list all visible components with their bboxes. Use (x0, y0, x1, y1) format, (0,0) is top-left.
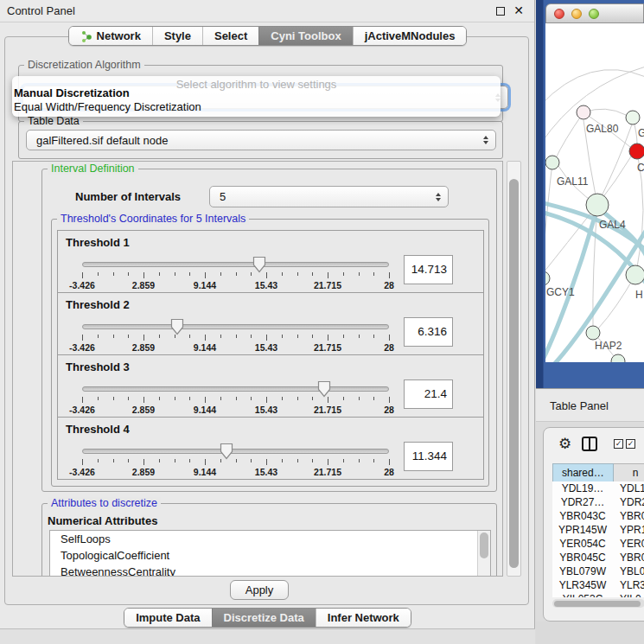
select-all-icon[interactable]: ✓ (626, 439, 635, 449)
table-data-combo[interactable]: galFiltered.sif default node (26, 130, 496, 150)
threshold-slider[interactable]: -3.4262.8599.14415.4321.71528 (82, 324, 389, 354)
table-row[interactable]: YDR27…YDR2 (552, 495, 644, 509)
apply-button[interactable]: Apply (230, 580, 289, 600)
slider-track[interactable] (82, 386, 389, 392)
cell-name[interactable]: YLR3 (613, 578, 644, 592)
cell-shared-name[interactable]: YBL079W (552, 564, 613, 578)
algorithm-option-equal-width-frequency-discretization[interactable]: Equal Width/Frequency Discretization (14, 100, 201, 113)
number-of-intervals-combo[interactable]: 5 (209, 186, 449, 207)
node-gal11[interactable] (545, 156, 559, 169)
tick-mark (282, 459, 283, 462)
tab-impute-data[interactable]: Impute Data (124, 609, 211, 627)
tab-discretize-data[interactable]: Discretize Data (212, 609, 316, 627)
threshold-panel: Threshold 1 -3.4262.8599.14415.4321.7152… (57, 230, 484, 293)
tab-infer-network[interactable]: Infer Network (316, 609, 411, 627)
table-row[interactable]: YBR043CYBR0 (552, 509, 644, 523)
table-row[interactable]: YBR045CYBR0 (552, 551, 644, 564)
tick-mark (220, 335, 221, 338)
node-selected-red[interactable] (629, 143, 644, 159)
tab-cyni-toolbox[interactable]: Cyni Toolbox (258, 27, 352, 45)
cell-shared-name[interactable]: YBR043C (552, 509, 613, 523)
tab-label: Discretize Data (224, 611, 304, 624)
cell-name[interactable]: YDL1 (613, 481, 644, 495)
slider-track[interactable] (82, 324, 389, 329)
float-button[interactable] (496, 7, 505, 16)
tick-mark (328, 272, 328, 278)
cell-name[interactable]: YPR1 (613, 523, 644, 537)
threshold-value-input[interactable]: 11.344 (404, 442, 453, 471)
node-gal80[interactable] (577, 105, 590, 119)
node-top-right[interactable] (626, 111, 640, 124)
threshold-value-input[interactable]: 14.713 (404, 255, 453, 284)
table-row[interactable]: YDL19…YDL1 (552, 481, 644, 495)
interval-definition-group: Interval Definition Number of Intervals … (41, 169, 497, 492)
tick-mark (343, 459, 344, 462)
node-gal4[interactable] (586, 194, 609, 216)
table-row[interactable]: YBL079WYBL0 (552, 564, 644, 578)
settings-scrollbar[interactable] (507, 161, 521, 577)
table-row[interactable]: YPR145WYPR1 (552, 523, 644, 537)
threshold-slider[interactable]: -3.4262.8599.14415.4321.71528 (82, 262, 389, 291)
cell-shared-name[interactable]: YIL053C (552, 592, 613, 597)
close-icon[interactable]: ✕ (513, 3, 524, 17)
table-panel-titlebar: Table Panel (536, 388, 644, 422)
attribute-item-topologicalcoefficient[interactable]: TopologicalCoefficient (50, 547, 490, 564)
column-header-shared-name[interactable]: shared… (553, 464, 614, 482)
tab-style[interactable]: Style (152, 27, 202, 45)
threshold-value-input[interactable]: 6.316 (404, 317, 453, 347)
cell-shared-name[interactable]: YER054C (552, 537, 613, 551)
cell-name[interactable]: YDR2 (613, 495, 644, 509)
cell-shared-name[interactable]: YDR27… (552, 495, 613, 509)
traffic-close-icon[interactable] (554, 9, 564, 19)
cell-shared-name[interactable]: YPR145W (552, 523, 613, 537)
attribute-item-betweennesscentrality[interactable]: BetweennessCentrality (50, 564, 490, 577)
slider-thumb[interactable] (252, 256, 266, 273)
threshold-slider[interactable]: -3.4262.8599.14415.4321.71528 (82, 449, 389, 478)
tick-mark (251, 335, 252, 338)
column-header-name[interactable]: n (613, 464, 644, 482)
cell-name[interactable]: YIL0 (613, 592, 644, 597)
node-mid-right[interactable] (626, 265, 644, 284)
tab-jactivemnodules[interactable]: jActiveMNodules (353, 27, 467, 45)
slider-thumb[interactable] (170, 318, 184, 335)
tick-mark (205, 397, 206, 403)
table-row[interactable]: YIL053CYIL0 (552, 592, 644, 597)
cell-name[interactable]: YBL0 (613, 564, 644, 578)
node-gcy1[interactable] (545, 271, 550, 285)
slider-track[interactable] (82, 449, 389, 454)
tick-label: 15.43 (255, 467, 277, 477)
slider-thumb[interactable] (317, 380, 331, 398)
traffic-zoom-icon[interactable] (589, 9, 599, 19)
traffic-minimize-icon[interactable] (571, 9, 582, 19)
cell-name[interactable]: YBR0 (613, 551, 644, 564)
algorithm-option-manual-discretization[interactable]: Manual Discretization (14, 86, 130, 99)
cell-name[interactable]: YBR0 (613, 509, 644, 523)
numerical-attributes-list[interactable]: SelfLoopsTopologicalCoefficientBetweenne… (49, 530, 491, 577)
select-columns-icon[interactable]: ✓ (614, 439, 623, 449)
settings-gear-icon[interactable]: ⚙ (558, 435, 571, 453)
scrollbar-thumb[interactable] (509, 179, 519, 568)
cell-shared-name[interactable]: YDL19… (552, 481, 613, 495)
cell-shared-name[interactable]: YLR345W (552, 578, 613, 592)
table-row[interactable]: YER054CYER0 (552, 537, 644, 551)
tick-mark (328, 397, 328, 403)
node-hap2[interactable] (586, 326, 600, 340)
cell-shared-name[interactable]: YBR045C (552, 551, 613, 564)
slider-track[interactable] (82, 262, 389, 267)
scrollbar-thumb[interactable] (480, 532, 488, 558)
cell-name[interactable]: YER0 (613, 537, 644, 551)
attribute-item-selfloops[interactable]: SelfLoops (50, 531, 490, 547)
tab-select[interactable]: Select (202, 27, 258, 45)
tab-network[interactable]: Network (69, 27, 152, 45)
table-hscrollbar[interactable] (552, 599, 644, 608)
threshold-slider[interactable]: -3.4262.8599.14415.4321.71528 (82, 386, 389, 416)
slider-thumb[interactable] (220, 443, 233, 460)
attributes-scrollbar[interactable] (477, 531, 490, 577)
combo-stepper-icon (483, 136, 488, 144)
network-view-canvas[interactable]: GAL80GGAL11CGAL4GCY1HHAP2 (545, 23, 644, 362)
threshold-value-input[interactable]: 21.4 (404, 379, 453, 409)
table-row[interactable]: YLR345WYLR3 (552, 578, 644, 592)
tick-mark (282, 397, 283, 400)
hscrollbar-thumb[interactable] (554, 601, 641, 607)
split-columns-icon[interactable] (582, 437, 597, 451)
